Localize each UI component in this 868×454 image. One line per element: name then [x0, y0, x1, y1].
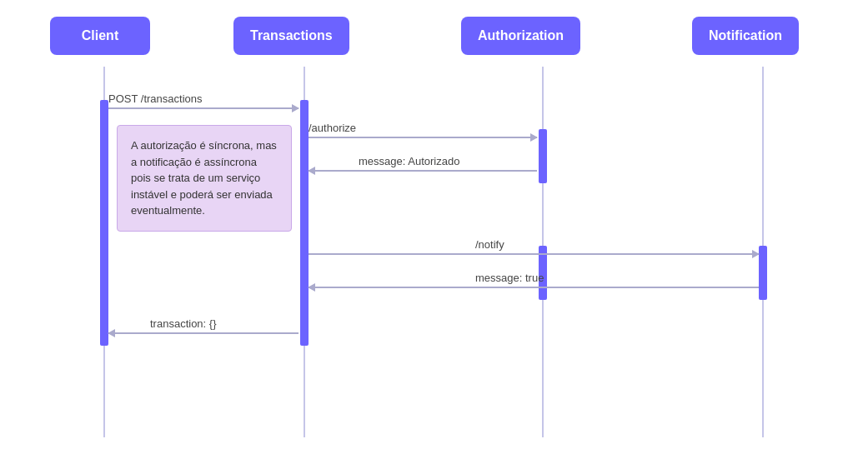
actor-notification: Notification	[692, 17, 799, 55]
arrow-label-transaction-response: transaction: {}	[150, 317, 217, 330]
actor-client: Client	[50, 17, 150, 55]
arrow-label-authorize: /authorize	[309, 122, 356, 134]
arrow-label-autorizado: message: Autorizado	[359, 155, 459, 167]
activation-authorization-1	[539, 129, 547, 183]
note-text: A autorização é síncrona, mas a notifica…	[131, 139, 277, 217]
activation-client	[100, 100, 108, 346]
arrow-label-notify: /notify	[475, 238, 504, 251]
actor-authorization: Authorization	[461, 17, 580, 55]
arrow-label-true: message: true	[475, 272, 544, 284]
sequence-diagram: Client Transactions Authorization Notifi…	[0, 0, 868, 454]
activation-transactions	[300, 100, 309, 346]
activation-notification	[759, 246, 767, 300]
arrow-label-post-transactions: POST /transactions	[108, 92, 202, 105]
note-box: A autorização é síncrona, mas a notifica…	[117, 125, 292, 232]
actor-transactions: Transactions	[233, 17, 349, 55]
